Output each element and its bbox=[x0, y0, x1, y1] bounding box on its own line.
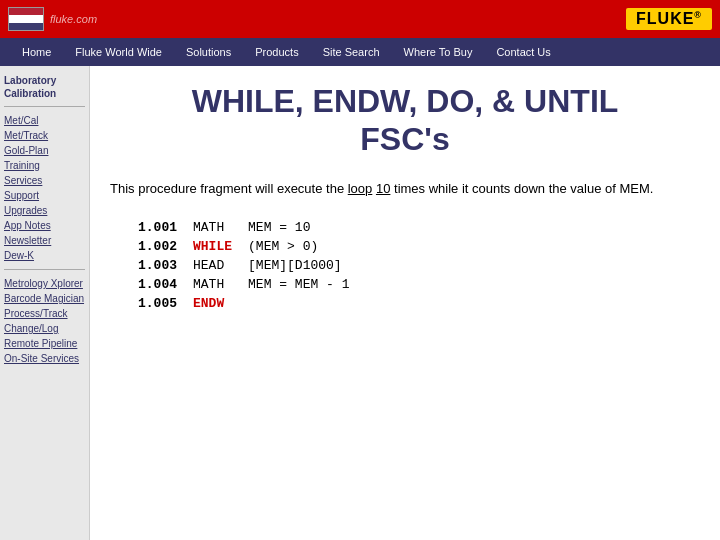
sidebar-link-metrologyxplorer[interactable]: Metrology Xplorer bbox=[4, 276, 85, 291]
heading-line1: WHILE, ENDW, DO, & UNTIL bbox=[192, 83, 619, 119]
sidebar-link-support[interactable]: Support bbox=[4, 188, 85, 203]
sidebar-link-upgrades[interactable]: Upgrades bbox=[4, 203, 85, 218]
value-4: MEM = MEM - 1 bbox=[240, 275, 357, 294]
keyword-1: MATH bbox=[185, 218, 240, 237]
sidebar-link-services[interactable]: Services bbox=[4, 173, 85, 188]
sidebar-link-changelog[interactable]: Change/Log bbox=[4, 321, 85, 336]
sidebar-link-metcal[interactable]: Met/Cal bbox=[4, 113, 85, 128]
sidebar-divider-2 bbox=[4, 269, 85, 270]
underline-10: 10 bbox=[376, 181, 390, 196]
flag-icon bbox=[8, 7, 44, 31]
code-row-2: 1.002 WHILE (MEM > 0) bbox=[130, 237, 357, 256]
line-num-4: 1.004 bbox=[130, 275, 185, 294]
page-heading: WHILE, ENDW, DO, & UNTIL FSC's bbox=[110, 82, 700, 159]
code-row-1: 1.001 MATH MEM = 10 bbox=[130, 218, 357, 237]
nav-where[interactable]: Where To Buy bbox=[392, 42, 485, 62]
sidebar-link-appnotes[interactable]: App Notes bbox=[4, 218, 85, 233]
sidebar-link-goldplan[interactable]: Gold-Plan bbox=[4, 143, 85, 158]
line-num-3: 1.003 bbox=[130, 256, 185, 275]
sidebar-link-barcode[interactable]: Barcode Magician bbox=[4, 291, 85, 306]
keyword-4: MATH bbox=[185, 275, 240, 294]
company-logo-text: fluke.com bbox=[50, 13, 97, 25]
code-row-4: 1.004 MATH MEM = MEM - 1 bbox=[130, 275, 357, 294]
nav-solutions[interactable]: Solutions bbox=[174, 42, 243, 62]
sidebar: Laboratory Calibration Met/Cal Met/Track… bbox=[0, 66, 90, 540]
heading-line2: FSC's bbox=[360, 121, 449, 157]
sidebar-section-title: Laboratory Calibration bbox=[4, 74, 85, 100]
nav-worldwide[interactable]: Fluke World Wide bbox=[63, 42, 174, 62]
logo-area: fluke.com bbox=[8, 7, 97, 31]
line-num-1: 1.001 bbox=[130, 218, 185, 237]
sidebar-link-dewk[interactable]: Dew-K bbox=[4, 248, 85, 263]
value-1: MEM = 10 bbox=[240, 218, 357, 237]
line-num-5: 1.005 bbox=[130, 294, 185, 313]
underline-loop: loop bbox=[348, 181, 373, 196]
main-area: Laboratory Calibration Met/Cal Met/Track… bbox=[0, 66, 720, 540]
code-row-3: 1.003 HEAD [MEM][D1000] bbox=[130, 256, 357, 275]
sidebar-link-training[interactable]: Training bbox=[4, 158, 85, 173]
value-2: (MEM > 0) bbox=[240, 237, 357, 256]
nav-contact[interactable]: Contact Us bbox=[484, 42, 562, 62]
top-banner: fluke.com FLUKE® bbox=[0, 0, 720, 38]
nav-products[interactable]: Products bbox=[243, 42, 310, 62]
value-3: [MEM][D1000] bbox=[240, 256, 357, 275]
fluke-label: FLUKE bbox=[636, 10, 694, 27]
keyword-2: WHILE bbox=[185, 237, 240, 256]
reg-symbol: ® bbox=[694, 10, 702, 20]
sidebar-link-onsiteservices[interactable]: On-Site Services bbox=[4, 351, 85, 366]
content-area: WHILE, ENDW, DO, & UNTIL FSC's This proc… bbox=[90, 66, 720, 540]
nav-bar: Home Fluke World Wide Solutions Products… bbox=[0, 38, 720, 66]
nav-search[interactable]: Site Search bbox=[311, 42, 392, 62]
sidebar-divider bbox=[4, 106, 85, 107]
keyword-3: HEAD bbox=[185, 256, 240, 275]
sidebar-link-remotepipeline[interactable]: Remote Pipeline bbox=[4, 336, 85, 351]
code-table: 1.001 MATH MEM = 10 1.002 WHILE (MEM > 0… bbox=[130, 218, 357, 313]
code-row-5: 1.005 ENDW bbox=[130, 294, 357, 313]
intro-text: This procedure fragment will execute the… bbox=[110, 179, 700, 199]
line-num-2: 1.002 bbox=[130, 237, 185, 256]
value-5 bbox=[240, 294, 357, 313]
keyword-5: ENDW bbox=[185, 294, 240, 313]
sidebar-link-newsletter[interactable]: Newsletter bbox=[4, 233, 85, 248]
nav-home[interactable]: Home bbox=[10, 42, 63, 62]
sidebar-link-mettrack[interactable]: Met/Track bbox=[4, 128, 85, 143]
fluke-badge: FLUKE® bbox=[626, 8, 712, 30]
sidebar-link-processtrack[interactable]: Process/Track bbox=[4, 306, 85, 321]
